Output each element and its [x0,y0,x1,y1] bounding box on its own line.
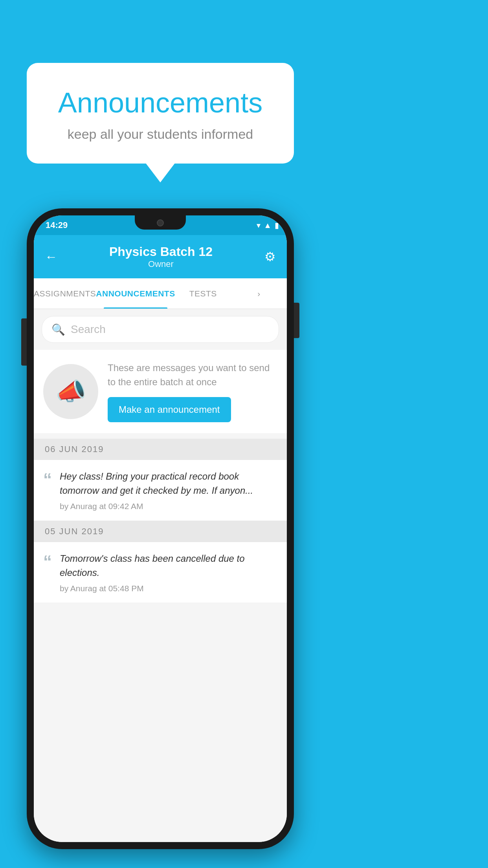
announcement-text-1: Hey class! Bring your practical record b… [60,469,277,498]
header-title: Physics Batch 12 [109,245,213,259]
make-announcement-button[interactable]: Make an announcement [108,397,231,422]
phone-outer: 14:29 ▾ ▲ ▮ ← Physics Batch 12 Owner ⚙ [27,208,294,849]
announcement-prompt: 📣 These are messages you want to send to… [34,350,287,433]
tabs-bar: ASSIGNMENTS ANNOUNCEMENTS TESTS › [34,278,287,309]
tab-assignments[interactable]: ASSIGNMENTS [34,278,96,309]
prompt-right: These are messages you want to send to t… [108,361,277,422]
search-icon: 🔍 [51,323,65,336]
search-bar[interactable]: 🔍 Search [42,316,279,343]
content-area: 🔍 Search 📣 These are messages you want t… [34,309,287,842]
phone-container: 14:29 ▾ ▲ ▮ ← Physics Batch 12 Owner ⚙ [27,208,294,849]
tab-announcements[interactable]: ANNOUNCEMENTS [96,278,175,309]
notch [135,215,186,230]
back-button[interactable]: ← [45,250,57,264]
prompt-description: These are messages you want to send to t… [108,361,277,389]
announcement-content-2: Tomorrow's class has been cancelled due … [60,552,277,593]
tab-tests[interactable]: TESTS [175,278,231,309]
wifi-icon: ▾ [257,221,261,230]
announcement-meta-2: by Anurag at 05:48 PM [60,584,277,593]
tab-more[interactable]: › [231,278,287,309]
quote-icon-1: “ [43,471,52,488]
phone-screen: 14:29 ▾ ▲ ▮ ← Physics Batch 12 Owner ⚙ [34,215,287,842]
speech-bubble-subtitle: keep all your students informed [46,127,274,142]
status-icons: ▾ ▲ ▮ [257,221,279,230]
battery-icon: ▮ [275,221,279,230]
megaphone-circle: 📣 [43,364,98,419]
announcement-content-1: Hey class! Bring your practical record b… [60,469,277,511]
header-center: Physics Batch 12 Owner [109,245,213,269]
quote-icon-2: “ [43,553,52,570]
date-divider-2: 05 JUN 2019 [34,521,287,542]
settings-button[interactable]: ⚙ [264,249,276,264]
app-header: ← Physics Batch 12 Owner ⚙ [34,235,287,278]
speech-bubble: Announcements keep all your students inf… [27,63,294,164]
signal-icon: ▲ [264,221,272,230]
megaphone-icon: 📣 [56,377,86,406]
announcement-item-1: “ Hey class! Bring your practical record… [34,460,287,521]
announcement-text-2: Tomorrow's class has been cancelled due … [60,552,277,580]
camera [157,219,164,226]
date-divider-1: 06 JUN 2019 [34,439,287,460]
announcement-meta-1: by Anurag at 09:42 AM [60,502,277,511]
speech-bubble-container: Announcements keep all your students inf… [27,63,294,164]
speech-bubble-title: Announcements [46,86,274,119]
search-placeholder: Search [71,323,106,336]
header-subtitle: Owner [109,259,213,269]
announcement-item-2: “ Tomorrow's class has been cancelled du… [34,542,287,603]
status-time: 14:29 [42,220,68,230]
